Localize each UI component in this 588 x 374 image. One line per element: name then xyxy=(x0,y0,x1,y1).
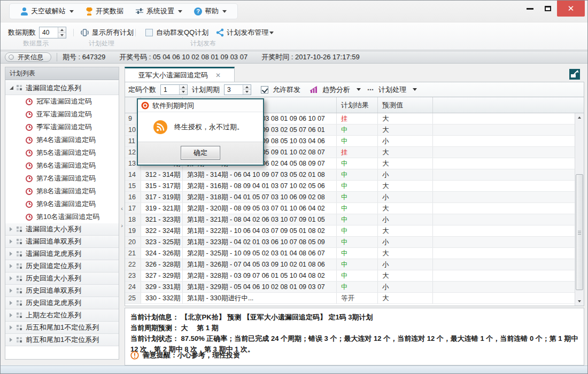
sidebar-group-collapsed[interactable]: 前五和尾加1不定位系列 xyxy=(5,334,119,346)
sidebar-group-collapsed[interactable]: 遗漏回追大小系列 xyxy=(5,223,119,236)
expand-right-icon[interactable]: › xyxy=(121,223,123,228)
sidebar-item-label: 冠军遗漏回追定码 xyxy=(36,97,92,106)
cell-period-range: 321 - 323期 xyxy=(141,214,183,225)
sidebar-item-label: 第5名遗漏回追定码 xyxy=(36,148,96,158)
row-number: 15 xyxy=(125,181,141,191)
table-row[interactable]: 17319 - 321期第2期 - 320期 - 08 09 05 03 07 … xyxy=(125,203,584,214)
cell-plan-result: 中 xyxy=(337,259,378,270)
sidebar-item-plan[interactable]: 亚军遗漏回追定码 xyxy=(5,108,119,121)
table-row[interactable]: 15315 - 317期第2期 - 316期 - 08 09 04 01 03 … xyxy=(125,181,584,192)
cell-filler xyxy=(433,192,584,202)
publish-manage-button[interactable]: 计划发布管理 xyxy=(227,28,268,37)
title-bar: 天空破解站 开奖数据 系统设置 ? 帮助 xyxy=(1,1,587,22)
expand-view-button[interactable] xyxy=(569,69,580,80)
scroll-down-button[interactable] xyxy=(575,297,584,306)
cell-plan-content: 第2期 - 320期 - 08 09 05 03 07 01 10 06 04 … xyxy=(183,203,337,214)
sidebar-item-plan[interactable]: 第9名遗漏回追定码 xyxy=(5,198,119,211)
sidebar-group-collapsed[interactable]: 历史回追单双系列 xyxy=(5,285,119,297)
sidebar-group-label: 前五和尾加1不定位系列 xyxy=(26,335,99,345)
auto-qq-checkbox[interactable] xyxy=(145,29,153,36)
cycle-spinner[interactable]: 3 xyxy=(224,84,251,95)
table-row[interactable]: 22326 - 328期第1期 - 326期 - 07 04 05 03 09 … xyxy=(125,259,584,270)
spin-up-button[interactable] xyxy=(58,27,66,33)
cell-predict-value: 小 xyxy=(378,136,433,146)
table-row[interactable]: 21324 - 326期第2期 - 325期 - 10 09 05 02 03 … xyxy=(125,248,584,259)
sidebar-group-collapsed[interactable]: 遗漏回追单双系列 xyxy=(5,236,119,248)
show-all-plans-button[interactable]: 显示所有计划 xyxy=(92,28,134,37)
cell-predict-value: 大 xyxy=(378,225,433,236)
panel-splitter[interactable]: ‹ › xyxy=(119,67,125,360)
sidebar-item-plan[interactable]: 第8名遗漏回追定码 xyxy=(5,185,119,198)
sidebar-item-label: 季军遗漏回追定码 xyxy=(36,122,92,132)
scrollbar-track[interactable] xyxy=(575,122,584,297)
cell-predict-value: 大 xyxy=(378,181,433,191)
table-row[interactable]: 23327 - 329期第2期 - 328期 - 03 09 07 06 01 … xyxy=(125,270,584,282)
sidebar-group-collapsed[interactable]: 遗漏回追龙虎系列 xyxy=(5,248,119,260)
help-icon: ? xyxy=(194,7,202,15)
sidebar-group-expanded[interactable]: 遗漏回追定位系列 xyxy=(5,81,119,95)
close-button[interactable]: ✕ xyxy=(557,1,585,17)
table-row[interactable]: 19322 - 324期第1期 - 322期 - 10 06 04 03 07 … xyxy=(125,225,584,237)
vertical-scrollbar[interactable] xyxy=(575,113,584,306)
sidebar-item-plan[interactable]: 第6名遗漏回追定码 xyxy=(5,159,119,172)
maximize-button[interactable] xyxy=(539,1,557,17)
plan-tree: 遗漏回追定位系列 冠军遗漏回追定码亚军遗漏回追定码季军遗漏回追定码第4名遗漏回追… xyxy=(5,80,119,359)
collapse-left-icon[interactable]: ‹ xyxy=(121,206,123,211)
menu-lottery-data[interactable]: 开奖数据 xyxy=(81,4,128,18)
chevron-down-icon xyxy=(413,88,417,91)
period-count-spinner[interactable]: 40 xyxy=(39,27,66,38)
ok-button[interactable]: 确定 xyxy=(181,146,220,160)
tab-plan[interactable]: 亚军大小遗漏回追定码 ✕ xyxy=(125,67,235,82)
summary-plan-info: 当前计划信息： 【北京PK拾】 预测 【亚军大小遗漏回追定码】 定1码 3期计划 xyxy=(130,312,578,323)
row-number: 22 xyxy=(125,259,141,270)
spin-up-button[interactable] xyxy=(180,85,187,90)
sidebar-item-plan[interactable]: 第4名遗漏回追定码 xyxy=(5,134,119,146)
sidebar-group-collapsed[interactable]: 上期左右定位系列 xyxy=(5,309,119,322)
spin-down-button[interactable] xyxy=(243,90,251,95)
sidebar-item-plan[interactable]: 第7名遗漏回追定码 xyxy=(5,172,119,185)
scroll-up-button[interactable] xyxy=(575,113,584,122)
sidebar-group-collapsed[interactable]: 后五和尾加1不定位系列 xyxy=(5,322,119,334)
menu-help[interactable]: ? 帮助 xyxy=(190,4,231,18)
cell-plan-result: 挂 xyxy=(337,113,378,124)
cell-filler xyxy=(433,248,584,259)
table-row[interactable]: 25330 - 332期第1期 - 330期进行中...等开大 xyxy=(125,293,584,304)
scrollbar-thumb[interactable] xyxy=(576,174,583,290)
allow-group-send-checkbox[interactable] xyxy=(261,86,268,94)
cell-plan-content: 第1期 - 326期 - 07 04 05 03 09 10 02 01 08 … xyxy=(183,259,337,270)
sidebar-group-label: 历史回追定位系列 xyxy=(26,261,81,271)
sidebar-group-collapsed[interactable]: 历史回追龙虎系列 xyxy=(5,297,119,309)
trophy-icon xyxy=(86,7,93,15)
table-row[interactable]: 14312 - 314期第3期 - 314期 - 06 04 10 09 07 … xyxy=(125,169,584,181)
code-count-spinner[interactable]: 1 xyxy=(160,84,188,95)
sidebar-item-label: 第9名遗漏回追定码 xyxy=(36,199,96,209)
sidebar-item-label: 第4名遗漏回追定码 xyxy=(36,135,96,145)
cell-plan-result: 中 xyxy=(337,270,378,281)
minimize-button[interactable] xyxy=(521,1,539,17)
spin-down-button[interactable] xyxy=(58,33,66,38)
sidebar-item-plan[interactable]: 季军遗漏回追定码 xyxy=(5,121,119,134)
trend-analysis-button[interactable]: 趋势分析 xyxy=(322,85,350,95)
menu-settings[interactable]: 系统设置 xyxy=(131,4,187,18)
clock-icon xyxy=(26,162,33,169)
tab-close-icon[interactable]: ✕ xyxy=(215,72,221,79)
sidebar-group-collapsed[interactable]: 历史回追大小系列 xyxy=(5,272,119,285)
table-row[interactable]: 16317 - 319期第2期 - 318期 - 04 01 05 07 03 … xyxy=(125,192,584,203)
sidebar-group-collapsed[interactable]: 历史回追定位系列 xyxy=(5,260,119,272)
sidebar-item-plan[interactable]: 冠军遗漏回追定码 xyxy=(5,95,119,108)
sidebar-item-plan[interactable]: 第10名遗漏回追定码 xyxy=(5,211,119,223)
table-row[interactable]: 18321 - 323期第1期 - 321期 - 08 04 02 06 03 … xyxy=(125,214,584,225)
plan-process-button[interactable]: 计划处理 xyxy=(378,85,406,95)
dialog-title-bar[interactable]: 软件到期时间 xyxy=(138,99,263,112)
draw-info-badge[interactable]: 开奖信息 xyxy=(5,52,51,62)
column-header: 预测值 xyxy=(378,97,433,113)
plan-tree-children: 冠军遗漏回追定码亚军遗漏回追定码季军遗漏回追定码第4名遗漏回追定码第5名遗漏回追… xyxy=(5,95,119,223)
cell-plan-content: 第2期 - 318期 - 04 01 05 07 03 10 06 09 02 … xyxy=(183,192,337,202)
spin-up-button[interactable] xyxy=(243,85,251,90)
spin-down-button[interactable] xyxy=(180,90,187,95)
menu-account[interactable]: 天空破解站 xyxy=(16,4,78,18)
table-row[interactable]: 20323 - 325期第1期 - 323期 - 04 02 01 03 06 … xyxy=(125,237,584,248)
sidebar-item-plan[interactable]: 第5名遗漏回追定码 xyxy=(5,146,119,159)
table-row[interactable]: 24329 - 331期第1期 - 329期 - 05 04 06 10 02 … xyxy=(125,282,584,293)
group-separator xyxy=(135,29,136,36)
